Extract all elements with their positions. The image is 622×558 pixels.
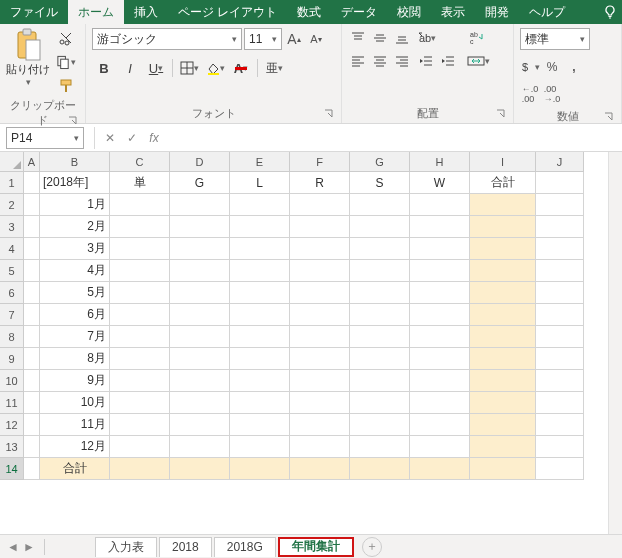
align-bottom-button[interactable] — [392, 28, 412, 48]
merge-button[interactable]: ▾ — [466, 51, 490, 71]
cell[interactable] — [536, 260, 584, 282]
percent-button[interactable]: % — [542, 57, 562, 77]
dialog-launcher-icon[interactable] — [67, 116, 79, 128]
col-header[interactable]: E — [230, 152, 290, 172]
cell[interactable] — [470, 436, 536, 458]
cell[interactable] — [24, 348, 40, 370]
comma-button[interactable]: , — [564, 57, 584, 77]
cell[interactable] — [290, 194, 350, 216]
cell[interactable] — [290, 216, 350, 238]
cell[interactable]: L — [230, 172, 290, 194]
tab-insert[interactable]: 挿入 — [124, 0, 168, 24]
cell[interactable] — [110, 392, 170, 414]
cell[interactable] — [110, 194, 170, 216]
cell[interactable] — [470, 260, 536, 282]
cell[interactable] — [410, 216, 470, 238]
cell[interactable] — [110, 370, 170, 392]
cell[interactable] — [350, 370, 410, 392]
cell[interactable] — [470, 304, 536, 326]
cell[interactable] — [536, 370, 584, 392]
cell[interactable] — [230, 238, 290, 260]
paste-button[interactable]: 貼り付け ▾ — [6, 28, 50, 87]
row-header[interactable]: 8 — [0, 326, 24, 348]
cell[interactable] — [290, 348, 350, 370]
cell[interactable] — [170, 216, 230, 238]
cell[interactable] — [350, 216, 410, 238]
row-header[interactable]: 11 — [0, 392, 24, 414]
fx-icon[interactable]: fx — [143, 127, 165, 149]
currency-button[interactable]: $▾ — [520, 57, 540, 77]
cell[interactable] — [410, 370, 470, 392]
cell[interactable]: 合計 — [470, 172, 536, 194]
cell[interactable]: 10月 — [40, 392, 110, 414]
cell[interactable] — [410, 326, 470, 348]
cell[interactable] — [410, 194, 470, 216]
cell[interactable] — [230, 436, 290, 458]
cell[interactable] — [170, 260, 230, 282]
cell[interactable] — [410, 436, 470, 458]
cell[interactable] — [170, 326, 230, 348]
cell[interactable] — [110, 436, 170, 458]
tab-formula[interactable]: 数式 — [287, 0, 331, 24]
row-header[interactable]: 10 — [0, 370, 24, 392]
col-header[interactable]: B — [40, 152, 110, 172]
tab-help[interactable]: ヘルプ — [519, 0, 575, 24]
indent-decrease-button[interactable] — [416, 51, 436, 71]
align-top-button[interactable] — [348, 28, 368, 48]
copy-button[interactable]: ▾ — [56, 52, 76, 72]
wrap-text-button[interactable]: abc — [466, 28, 490, 48]
cell[interactable] — [350, 304, 410, 326]
cell[interactable] — [170, 414, 230, 436]
tell-me-icon[interactable] — [598, 0, 622, 24]
cell[interactable] — [230, 348, 290, 370]
cell[interactable] — [24, 260, 40, 282]
cell[interactable] — [290, 260, 350, 282]
cell[interactable]: 6月 — [40, 304, 110, 326]
formula-input[interactable] — [165, 127, 622, 149]
cell[interactable] — [230, 414, 290, 436]
cell[interactable] — [350, 282, 410, 304]
col-header[interactable]: I — [470, 152, 536, 172]
col-header[interactable]: A — [24, 152, 40, 172]
cell[interactable] — [170, 392, 230, 414]
font-color-button[interactable]: A▾ — [229, 57, 253, 79]
row-header[interactable]: 5 — [0, 260, 24, 282]
cell[interactable] — [470, 326, 536, 348]
row-header[interactable]: 12 — [0, 414, 24, 436]
cell[interactable]: 9月 — [40, 370, 110, 392]
dialog-launcher-icon[interactable] — [495, 109, 507, 121]
cell[interactable]: 8月 — [40, 348, 110, 370]
cell[interactable] — [536, 436, 584, 458]
cell[interactable] — [410, 414, 470, 436]
dialog-launcher-icon[interactable] — [603, 112, 615, 124]
select-all-button[interactable] — [0, 152, 24, 172]
cell[interactable]: 7月 — [40, 326, 110, 348]
cell[interactable]: 12月 — [40, 436, 110, 458]
cell[interactable] — [350, 194, 410, 216]
phonetic-button[interactable]: 亜▾ — [262, 57, 286, 79]
row-header[interactable]: 7 — [0, 304, 24, 326]
row-header[interactable]: 13 — [0, 436, 24, 458]
cell[interactable]: 単 — [110, 172, 170, 194]
cell[interactable] — [470, 392, 536, 414]
cell[interactable] — [290, 326, 350, 348]
sheet-tab[interactable]: 2018G — [214, 537, 276, 557]
col-header[interactable]: C — [110, 152, 170, 172]
cell[interactable] — [110, 238, 170, 260]
cell[interactable] — [536, 348, 584, 370]
cell[interactable] — [230, 326, 290, 348]
cell[interactable]: 4月 — [40, 260, 110, 282]
cell[interactable] — [230, 370, 290, 392]
cell[interactable] — [170, 194, 230, 216]
cell[interactable] — [290, 282, 350, 304]
cell[interactable] — [410, 260, 470, 282]
cell[interactable] — [170, 458, 230, 480]
sheet-tab[interactable]: 入力表 — [95, 537, 157, 557]
cell[interactable] — [170, 304, 230, 326]
sheet-tab[interactable]: 2018 — [159, 537, 212, 557]
tab-review[interactable]: 校閲 — [387, 0, 431, 24]
cell[interactable] — [110, 282, 170, 304]
cell[interactable] — [350, 436, 410, 458]
cell[interactable]: 合計 — [40, 458, 110, 480]
cell[interactable] — [24, 194, 40, 216]
